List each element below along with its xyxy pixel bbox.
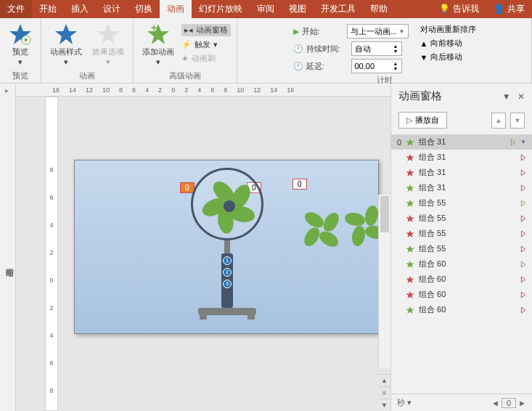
- tab-file[interactable]: 文件: [0, 0, 32, 18]
- anim-name: 组合 55: [419, 213, 516, 224]
- tab-animations[interactable]: 动画: [160, 0, 192, 18]
- animation-item[interactable]: 组合 60: [391, 272, 532, 287]
- effect-options-icon: [97, 23, 120, 46]
- vertical-ruler: 864202468: [45, 97, 58, 411]
- reorder-label: 对动画重新排序: [420, 24, 476, 35]
- tab-help[interactable]: 帮助: [363, 0, 395, 18]
- duration-spinner[interactable]: 自动▲▼: [351, 41, 402, 56]
- vertical-scrollbar[interactable]: [378, 195, 390, 367]
- animation-item[interactable]: 组合 31: [391, 150, 532, 165]
- outline-pane-collapsed[interactable]: ▸ 缩略图: [0, 84, 16, 411]
- fan-speed-3: 3: [223, 280, 232, 288]
- svg-marker-20: [521, 231, 525, 237]
- anim-tag-0c[interactable]: 0: [292, 179, 307, 190]
- play-marker-icon: [520, 214, 526, 223]
- svg-marker-25: [406, 276, 414, 283]
- start-combo[interactable]: 与上一动画...▼: [347, 24, 409, 38]
- preview-button[interactable]: 预览 ▾: [6, 21, 35, 68]
- play-icon: ▷: [406, 115, 412, 125]
- start-label: 开始:: [302, 26, 344, 37]
- tab-review[interactable]: 审阅: [250, 0, 282, 18]
- timeline-nav[interactable]: ◄ 0 ►: [491, 399, 526, 407]
- next-slide-button[interactable]: ▼: [378, 399, 390, 411]
- tab-home[interactable]: 开始: [32, 0, 64, 18]
- anim-name: 组合 60: [419, 289, 516, 300]
- tab-developer[interactable]: 开发工具: [314, 0, 363, 18]
- tab-view[interactable]: 视图: [282, 0, 314, 18]
- fan-shape[interactable]: 1 2 3: [191, 168, 263, 240]
- tab-tellme[interactable]: 💡告诉我: [432, 0, 486, 18]
- prev-slide-button[interactable]: ▲: [378, 374, 390, 386]
- svg-marker-11: [406, 169, 414, 176]
- tab-transitions[interactable]: 切换: [128, 0, 160, 18]
- animation-styles-button[interactable]: 动画样式 ▾: [47, 21, 85, 68]
- anim-name: 组合 60: [419, 259, 516, 269]
- chevron-down-icon[interactable]: ▼: [520, 139, 526, 145]
- star-icon: [406, 306, 414, 314]
- play-from-button[interactable]: ▷播放自: [398, 112, 447, 129]
- svg-text:+: +: [151, 23, 157, 33]
- group-preview-label: 预览: [12, 70, 28, 83]
- pane-close-button[interactable]: ✕: [517, 91, 525, 102]
- add-animation-button[interactable]: + 添加动画 ▾: [139, 21, 177, 68]
- svg-marker-19: [406, 230, 414, 237]
- svg-marker-15: [406, 200, 414, 207]
- chevron-down-icon: ▼: [399, 28, 405, 35]
- pane-icon: ▸◂: [184, 25, 193, 35]
- tab-slideshow[interactable]: 幻灯片放映: [192, 0, 250, 18]
- play-marker-icon: [520, 153, 526, 162]
- star-icon: [406, 290, 414, 299]
- move-down-button[interactable]: ▼: [510, 113, 525, 129]
- fan-speed-2: 2: [223, 268, 232, 277]
- animation-item[interactable]: 组合 60: [391, 256, 532, 272]
- slide-canvas[interactable]: 0 0 0 1 2 3: [74, 160, 379, 334]
- star-icon: [406, 168, 414, 177]
- svg-marker-14: [521, 185, 525, 191]
- play-marker-icon: [520, 275, 526, 284]
- animation-item[interactable]: 组合 60: [391, 287, 532, 302]
- horizontal-ruler: 1614121086420246810121416: [16, 84, 390, 97]
- slide-editor: 1614121086420246810121416 864202468 0 0 …: [16, 84, 390, 411]
- svg-marker-12: [521, 170, 525, 176]
- animation-item[interactable]: 组合 55: [391, 226, 532, 241]
- star-icon: [54, 23, 78, 46]
- svg-marker-17: [406, 215, 414, 222]
- tab-insert[interactable]: 插入: [64, 0, 96, 18]
- animation-pane: 动画窗格 ▼ ✕ ▷播放自 ▲ ▼ 0 组合 31 ▼ 组合 31 组合 31: [390, 84, 532, 411]
- animation-item[interactable]: 组合 55: [391, 211, 532, 226]
- star-icon: [406, 199, 414, 208]
- animation-painter-button: ★动画刷: [181, 53, 231, 64]
- delay-label: 延迟:: [306, 61, 348, 72]
- trigger-button[interactable]: ⚡触发 ▾: [181, 39, 231, 50]
- seconds-label: 秒: [397, 398, 405, 407]
- play-marker-icon: [520, 168, 526, 177]
- pane-options-button[interactable]: ▼: [502, 91, 511, 102]
- anim-name: 组合 55: [419, 243, 516, 254]
- group-animation-label: 动画: [79, 70, 95, 83]
- preview-star-icon: [9, 23, 32, 46]
- move-later-button[interactable]: ▼向后移动: [420, 52, 476, 62]
- share-icon: 👤: [494, 0, 504, 18]
- lightbulb-icon: 💡: [439, 0, 450, 18]
- anim-index: 0: [394, 138, 401, 147]
- animation-item[interactable]: 组合 31: [391, 180, 532, 195]
- svg-marker-22: [521, 246, 525, 252]
- svg-marker-4: [97, 24, 119, 44]
- animation-item[interactable]: 组合 55: [391, 241, 532, 256]
- play-marker-icon: [520, 245, 526, 253]
- animation-item[interactable]: 0 组合 31 ▼: [391, 134, 532, 150]
- tab-share[interactable]: 👤共享: [486, 0, 532, 18]
- delay-spinner[interactable]: 00.00▲▼: [351, 59, 402, 73]
- anim-name: 组合 31: [419, 137, 506, 147]
- tab-design[interactable]: 设计: [96, 0, 128, 18]
- animation-pane-button[interactable]: ▸◂动画窗格: [181, 24, 231, 36]
- animation-item[interactable]: 组合 31: [391, 165, 532, 180]
- animation-item[interactable]: 组合 60: [391, 302, 532, 317]
- move-up-button[interactable]: ▲: [491, 113, 506, 129]
- animation-item[interactable]: 组合 55: [391, 195, 532, 211]
- expand-icon[interactable]: ▸: [3, 86, 11, 94]
- anim-name: 组合 31: [419, 167, 516, 178]
- anim-name: 组合 55: [419, 198, 516, 208]
- painter-icon: ★: [181, 54, 189, 63]
- clock-icon: 🕐: [293, 44, 303, 54]
